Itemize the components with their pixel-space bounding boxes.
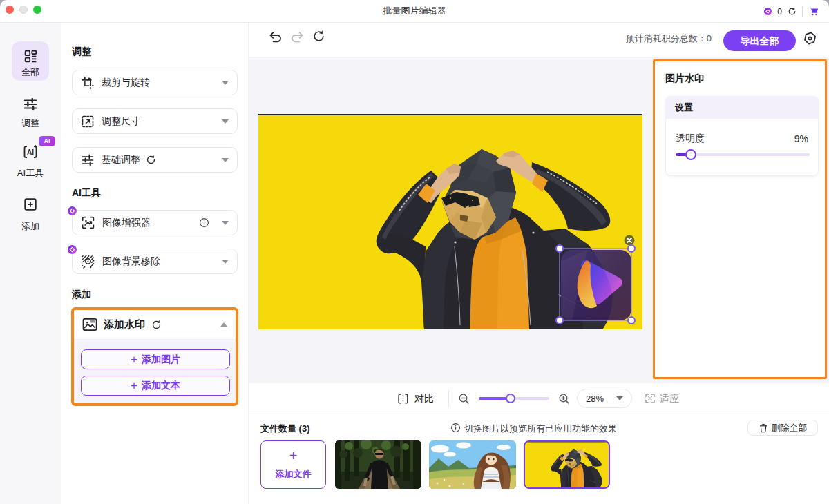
svg-text:AI: AI	[27, 148, 34, 156]
